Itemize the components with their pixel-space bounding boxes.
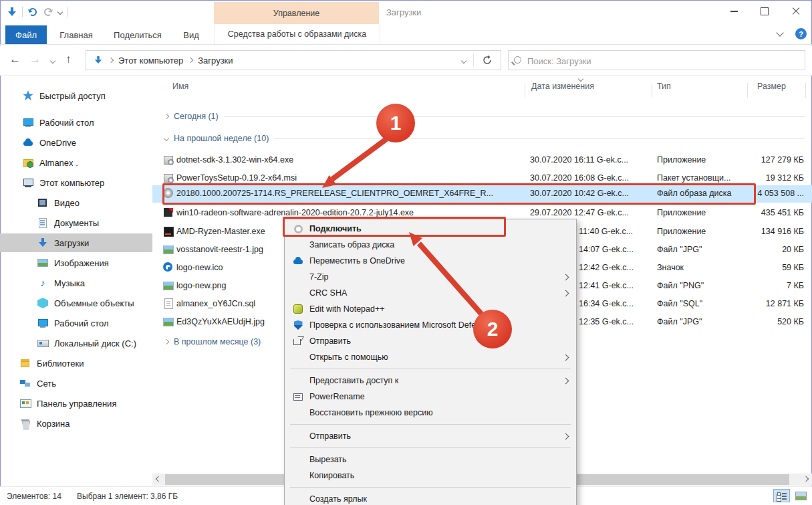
breadcrumb-this-pc[interactable]: Этот компьютер: [118, 56, 183, 66]
menu-item-open-with[interactable]: Открыть с помощью: [285, 349, 576, 365]
sidebar-item-recycle-bin[interactable]: Корзина: [0, 414, 152, 433]
sidebar-item-pictures[interactable]: Изображения: [0, 254, 152, 272]
group-header-last-month[interactable]: В прошлом месяце (3): [164, 334, 285, 349]
menu-item-edit-notepadpp[interactable]: Edit with Notepad++: [285, 301, 576, 317]
group-collapse-icon[interactable]: [164, 339, 169, 344]
thumbnail-view-icon: [795, 492, 807, 500]
thumbnail-view-button[interactable]: [793, 489, 809, 502]
menu-item-label: Отправить: [309, 431, 563, 441]
tab-disc-image-tools[interactable]: Средства работы с образами диска: [214, 24, 380, 44]
sidebar-item-documents[interactable]: Документы: [0, 213, 152, 232]
menu-item-defender-scan[interactable]: Проверка с использованием Microsoft Defe…: [285, 317, 576, 333]
file-name: logo-new.png: [176, 278, 226, 294]
menu-item-create-shortcut[interactable]: Создать ярлык: [285, 491, 576, 505]
forward-button[interactable]: →: [29, 51, 41, 68]
column-header-size[interactable]: Размер: [757, 82, 786, 91]
tab-file[interactable]: Файл: [5, 25, 47, 44]
file-type: Файл "SQL": [657, 296, 702, 312]
tab-view[interactable]: Вид: [179, 25, 203, 44]
menu-item-send-to[interactable]: Отправить: [285, 428, 576, 444]
desktop-icon: [37, 318, 48, 328]
group-header-last-week[interactable]: На прошлой неделе (10): [164, 131, 805, 146]
refresh-icon[interactable]: [482, 55, 493, 66]
sidebar-item-videos[interactable]: Видео: [0, 193, 152, 212]
menu-item-give-access[interactable]: Предоставить доступ к: [285, 373, 576, 389]
menu-item-share[interactable]: Отправить: [285, 333, 576, 349]
scroll-left-icon[interactable]: [156, 476, 161, 482]
column-header-name[interactable]: Имя: [172, 82, 188, 91]
close-button[interactable]: [780, 0, 812, 23]
quick-access-star-icon: [23, 90, 33, 101]
onedrive-cloud-icon: [23, 137, 33, 148]
pictures-icon: [37, 258, 48, 268]
breadcrumb-chevron-icon[interactable]: [188, 58, 193, 63]
tab-share[interactable]: Поделиться: [111, 25, 164, 44]
toolbar-separator: [67, 7, 67, 17]
column-separator[interactable]: [525, 83, 525, 98]
share-icon: [293, 336, 303, 346]
menu-item-burn-disc[interactable]: Записать образ диска: [285, 237, 576, 253]
menu-item-move-to-onedrive[interactable]: Переместить в OneDrive: [285, 253, 576, 269]
group-collapse-icon[interactable]: [164, 114, 169, 119]
sidebar-item-user-folder[interactable]: Almanex .: [0, 153, 152, 172]
column-separator[interactable]: [652, 83, 652, 98]
libraries-icon: [20, 358, 31, 369]
sidebar-item-downloads[interactable]: Загрузки: [0, 233, 152, 252]
group-rule: [274, 138, 805, 139]
collapse-ribbon-icon[interactable]: [776, 29, 783, 36]
sidebar-item-3d-objects[interactable]: Объемные объекты: [0, 294, 152, 312]
sidebar-item-label: Рабочий стол: [54, 318, 109, 328]
sidebar-item-label: Изображения: [54, 258, 109, 268]
details-view-button[interactable]: [773, 489, 790, 502]
menu-item-crc-sha[interactable]: CRC SHA: [285, 285, 576, 301]
file-row[interactable]: dotnet-sdk-3.1.302-win-x64.exe 30.07.202…: [152, 152, 812, 169]
search-input[interactable]: [526, 52, 796, 70]
sidebar-item-libraries[interactable]: Библиотеки: [0, 354, 152, 373]
maximize-icon: [761, 7, 769, 15]
menu-item-label: Проверка с использованием Microsoft Defe…: [309, 320, 568, 330]
sidebar-item-label: Музыка: [54, 278, 85, 288]
scroll-right-icon[interactable]: [803, 476, 809, 482]
file-name: vosstanovit-reestr-1.jpg: [176, 241, 263, 258]
recent-locations-icon[interactable]: [50, 58, 55, 64]
sidebar-item-this-pc[interactable]: Этот компьютер: [0, 173, 152, 192]
up-button[interactable]: ↑: [65, 51, 72, 68]
menu-item-powerrename[interactable]: PowerRename: [285, 389, 576, 405]
menu-item-7zip[interactable]: 7-Zip: [285, 269, 576, 285]
sidebar-item-local-disk-c[interactable]: Локальный диск (C:): [0, 334, 152, 352]
group-header-today[interactable]: Сегодня (1): [164, 109, 805, 124]
menu-item-restore-previous[interactable]: Восстановить прежнюю версию: [285, 405, 576, 421]
maximize-button[interactable]: [749, 0, 780, 23]
menu-item-copy[interactable]: Копировать: [285, 468, 576, 484]
tab-home[interactable]: Главная: [57, 25, 95, 44]
menu-item-cut[interactable]: Вырезать: [285, 451, 576, 468]
column-header-date[interactable]: Дата изменения: [531, 82, 594, 91]
sidebar-item-music[interactable]: ♪Музыка: [0, 274, 152, 292]
sidebar-item-desktop[interactable]: Рабочий стол: [0, 113, 152, 132]
back-button[interactable]: ←: [9, 51, 21, 68]
file-date: 16:34 G-ek.c...: [579, 296, 634, 312]
sidebar-item-network[interactable]: Сеть: [0, 374, 152, 393]
column-separator[interactable]: [805, 83, 806, 98]
minimize-button[interactable]: [718, 0, 749, 23]
sidebar-item-quick-access[interactable]: Быстрый доступ: [0, 86, 152, 105]
help-icon[interactable]: ?: [795, 28, 807, 39]
image-file-icon: [163, 280, 174, 291]
breadcrumb-chevron-icon[interactable]: [108, 58, 114, 63]
column-header-type[interactable]: Тип: [657, 82, 671, 91]
undo-icon[interactable]: [27, 7, 38, 17]
sidebar-item-control-panel[interactable]: Панель управления: [0, 394, 152, 413]
qat-customize-icon[interactable]: [57, 9, 63, 15]
column-separator[interactable]: [747, 83, 748, 98]
menu-item-label: Отправить: [309, 336, 568, 346]
breadcrumb-downloads[interactable]: Загрузки: [198, 56, 233, 66]
file-date: 12:35 G-ek.c...: [579, 314, 634, 330]
sidebar-item-onedrive[interactable]: OneDrive: [0, 133, 152, 152]
menu-item-label: 7-Zip: [309, 272, 563, 282]
notepadpp-icon: [293, 304, 303, 314]
address-bar[interactable]: Этот компьютер Загрузки: [86, 50, 501, 70]
group-expand-icon[interactable]: [164, 136, 169, 141]
redo-icon[interactable]: [43, 7, 53, 17]
search-box[interactable]: [508, 50, 805, 70]
sidebar-item-desktop-2[interactable]: Рабочий стол: [0, 314, 152, 332]
